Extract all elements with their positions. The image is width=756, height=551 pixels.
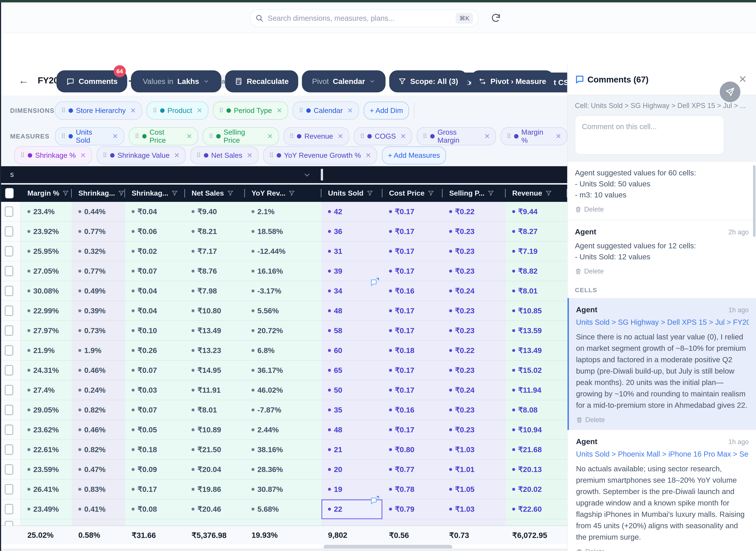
row-checkbox[interactable] <box>5 521 13 526</box>
drag-handle-icon[interactable]: ⠿ <box>196 152 201 159</box>
grid-cell[interactable]: ₹0.04 <box>125 281 185 301</box>
filter-funnel-icon[interactable] <box>227 190 234 196</box>
row-checkbox[interactable] <box>5 385 13 395</box>
grid-cell[interactable]: ₹20.46 <box>185 499 245 519</box>
grid-cell[interactable]: 0.82% <box>72 400 125 420</box>
chip-cogs[interactable]: ⠿COGS✕ <box>354 127 412 145</box>
column-header-units-sold[interactable]: Units Sold <box>321 184 383 202</box>
row-checkbox[interactable] <box>5 246 13 256</box>
row-checkbox[interactable] <box>5 345 13 356</box>
grid-cell[interactable]: 2.44% <box>245 420 321 440</box>
remove-icon[interactable]: ✕ <box>347 106 353 115</box>
grid-cell[interactable]: ₹0.07 <box>125 361 185 380</box>
grid-cell[interactable]: ₹0.23 <box>443 241 506 261</box>
grid-cell[interactable]: 0.32% <box>72 241 125 261</box>
grid-cell[interactable]: 28.36% <box>245 460 321 480</box>
grid-cell[interactable]: ₹20.02 <box>506 480 567 499</box>
row-checkbox[interactable] <box>5 405 13 415</box>
select-all-checkbox[interactable] <box>5 188 14 198</box>
grid-cell[interactable]: 30.08% <box>21 281 72 301</box>
grid-cell[interactable]: ₹0.17 <box>383 380 443 400</box>
grid-cell[interactable]: 24.31% <box>21 361 72 380</box>
chip-product[interactable]: ⠿Product✕ <box>147 102 208 119</box>
grid-cell[interactable]: 42 <box>321 202 383 222</box>
remove-icon[interactable]: ✕ <box>276 106 282 115</box>
grid-cell[interactable]: ₹1.03 <box>443 499 506 519</box>
cell-comment-card[interactable]: Agent1h agoUnits Sold > SG Highway > Del… <box>567 298 756 430</box>
grid-cell[interactable]: ₹0.07 <box>125 261 185 281</box>
column-header-cost-price[interactable]: Cost Price <box>383 184 443 202</box>
filter-funnel-icon[interactable] <box>289 190 295 196</box>
cell-path-link[interactable]: Units Sold > Phoenix Mall > iPhone 16 Pr… <box>576 450 749 458</box>
cell-path-link[interactable]: Units Sold > SG Highway > Dell XPS 15 > … <box>576 318 749 327</box>
grid-cell[interactable]: ₹22.60 <box>506 499 567 519</box>
cell-comment-card[interactable]: Agent1h agoUnits Sold > Phoenix Mall > i… <box>567 430 756 551</box>
grid-cell[interactable]: ₹0.03 <box>125 380 185 400</box>
grid-cell[interactable]: 18.58% <box>245 222 321 241</box>
grid-cell[interactable]: ₹0.23 <box>443 321 506 341</box>
values-in-dropdown[interactable]: Values in Lakhs <box>131 70 221 92</box>
grid-cell[interactable]: ₹1.05 <box>443 480 506 499</box>
grid-cell[interactable]: ₹19.86 <box>185 480 245 499</box>
chip-gross-margin[interactable]: ⠿Gross Margin✕ <box>417 127 496 145</box>
chip-period-type[interactable]: ⠿Period Type✕ <box>213 102 288 119</box>
grid-cell[interactable]: ₹8.21 <box>185 222 245 241</box>
grid-cell[interactable]: ₹0.17 <box>383 301 443 321</box>
grid-cell[interactable]: ₹8.01 <box>185 400 245 420</box>
remove-icon[interactable]: ✕ <box>80 151 86 159</box>
recalculate-button[interactable]: Recalculate <box>225 70 298 92</box>
grid-cell[interactable]: ₹10.89 <box>185 420 245 440</box>
grid-cell[interactable]: ₹20.04 <box>185 460 245 480</box>
grid-cell[interactable]: 1.9% <box>72 341 125 361</box>
drag-handle-icon[interactable]: ⠿ <box>219 107 224 114</box>
grid-cell[interactable]: 6.8% <box>245 341 321 361</box>
row-checkbox[interactable] <box>5 464 13 475</box>
close-icon[interactable]: ✕ <box>739 73 747 85</box>
cell-comment-flag-icon[interactable] <box>368 495 380 506</box>
grid-cell[interactable]: ₹0.22 <box>443 202 506 222</box>
grid-cell[interactable]: 0.83% <box>72 480 125 499</box>
filter-funnel-icon[interactable] <box>488 190 494 196</box>
chip-calendar[interactable]: ⠿Calendar✕ <box>293 102 359 119</box>
remove-icon[interactable]: ✕ <box>174 151 180 159</box>
grid-cell[interactable]: 22.99% <box>21 301 72 321</box>
group-select-bar[interactable]: s <box>0 166 567 183</box>
grid-cell[interactable]: 60 <box>321 341 383 361</box>
grid-cell[interactable]: -3.17% <box>245 281 321 301</box>
row-checkbox[interactable] <box>5 445 13 455</box>
chevron-down-icon[interactable] <box>303 171 311 179</box>
chip-cost-price[interactable]: ⠿Cost Price✕ <box>129 127 198 145</box>
grid-cell[interactable]: ₹8.27 <box>506 222 567 241</box>
grid-cell[interactable]: ₹9.40 <box>185 202 245 222</box>
grid-cell[interactable]: ₹13.59 <box>506 321 567 341</box>
grid-cell[interactable]: ₹0.23 <box>443 301 506 321</box>
filter-funnel-icon[interactable] <box>545 190 552 196</box>
remove-icon[interactable]: ✕ <box>112 132 118 140</box>
grid-cell[interactable]: ₹21.50 <box>185 440 245 460</box>
send-comment-button[interactable] <box>720 81 740 102</box>
add-measures-button[interactable]: + Add Measures <box>382 146 446 164</box>
grid-cell[interactable]: ₹0.23 <box>443 420 506 440</box>
chip-selling-price[interactable]: ⠿Selling Price✕ <box>203 127 279 145</box>
grid-cell[interactable]: ₹1.03 <box>443 440 506 460</box>
grid-cell[interactable]: 46.02% <box>245 380 321 400</box>
grid-cell[interactable]: ₹0.07 <box>125 400 185 420</box>
grid-cell[interactable]: ₹0.23 <box>443 222 506 241</box>
grid-cell[interactable]: ₹0.17 <box>383 202 443 222</box>
grid-cell[interactable]: ₹8.08 <box>506 400 567 420</box>
row-checkbox[interactable] <box>5 206 13 217</box>
column-header-selling-p-[interactable]: Selling P... <box>443 184 506 202</box>
drag-handle-icon[interactable]: ⠿ <box>102 152 107 159</box>
grid-cell[interactable]: ₹0.08 <box>125 499 185 519</box>
drag-handle-icon[interactable]: ⠿ <box>299 107 303 114</box>
row-checkbox[interactable] <box>5 266 13 276</box>
remove-icon[interactable]: ✕ <box>400 132 406 140</box>
grid-cell[interactable]: ₹0.09 <box>125 460 185 480</box>
grid-cell[interactable]: 23.62% <box>21 420 72 440</box>
grid-cell[interactable]: 36 <box>321 222 383 241</box>
grid-cell[interactable]: ₹14.95 <box>185 361 245 380</box>
pivot-measure-button[interactable]: Pivot › Measure <box>471 70 554 92</box>
grid-cell[interactable]: ₹0.16 <box>383 400 443 420</box>
grid-cell[interactable]: 25.95% <box>21 241 72 261</box>
grid-cell[interactable]: ₹0.17 <box>383 420 443 440</box>
